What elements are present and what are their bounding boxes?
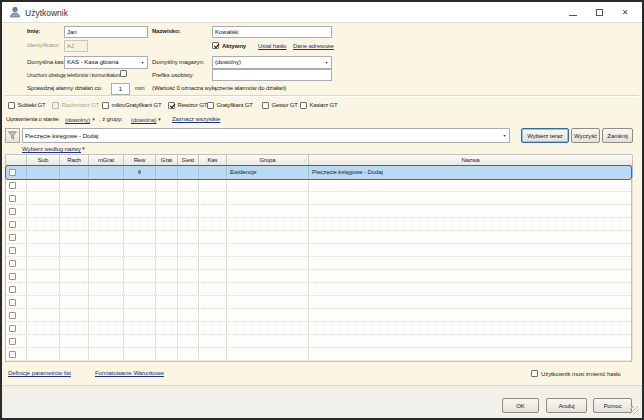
row-select-checkbox[interactable] xyxy=(9,351,16,358)
address-data-link[interactable]: Dane adresowe xyxy=(293,43,334,49)
grid-row[interactable] xyxy=(6,244,631,257)
row-select-checkbox[interactable] xyxy=(9,195,16,202)
grid-cell xyxy=(227,257,309,269)
row-select-checkbox[interactable] xyxy=(9,247,16,254)
row-select-checkbox[interactable] xyxy=(9,221,16,228)
row-select-checkbox[interactable] xyxy=(9,169,16,176)
grid-cell xyxy=(6,244,27,256)
maximize-button[interactable] xyxy=(587,2,611,22)
grid-row[interactable] xyxy=(6,283,631,296)
cancel-button[interactable]: Anuluj xyxy=(546,398,587,413)
grid-cell xyxy=(60,309,89,321)
title-bar[interactable]: Użytkownik ✕ xyxy=(2,2,642,23)
grid-row[interactable] xyxy=(6,231,631,244)
checkbox-icon[interactable] xyxy=(262,102,269,109)
filter-combobox[interactable]: Pieczęcie księgowe - Dodaj xyxy=(22,128,510,143)
grid-cell xyxy=(309,179,633,191)
grid-cell xyxy=(178,179,199,191)
grid-row[interactable] xyxy=(6,348,631,361)
grid-cell xyxy=(156,296,178,308)
grid-cell xyxy=(89,231,124,243)
grid-cell xyxy=(309,322,633,334)
default-cash-select[interactable]: KAS - Kasa główna xyxy=(64,56,148,69)
column-header-grupa[interactable]: Grupa∕ xyxy=(227,155,309,166)
personal-prefix-input[interactable] xyxy=(212,69,332,81)
list-params-link[interactable]: Definicje parametrów list xyxy=(8,370,71,376)
column-header-kas[interactable]: Kas xyxy=(199,155,227,166)
checkbox-icon[interactable] xyxy=(207,102,214,109)
grid-row[interactable] xyxy=(6,179,631,192)
select-now-button[interactable]: Wybierz teraz xyxy=(521,128,569,143)
grid-cell xyxy=(309,205,633,217)
grid-cell xyxy=(309,257,633,269)
column-header-mgrat[interactable]: mGrat xyxy=(89,155,124,166)
grid-row[interactable] xyxy=(6,218,631,231)
grid-cell xyxy=(6,257,27,269)
group-cell-text: Ewidencje xyxy=(227,169,256,175)
choose-by-name-link[interactable]: Wybierz według nazwy xyxy=(22,145,85,152)
filter-button[interactable] xyxy=(5,128,20,143)
phones-checkbox[interactable] xyxy=(120,70,127,77)
grid-cell xyxy=(6,322,27,334)
row-select-checkbox[interactable] xyxy=(9,299,16,306)
grid-row[interactable] xyxy=(6,257,631,270)
column-header-select[interactable] xyxy=(6,155,27,166)
first-name-input[interactable]: Jan xyxy=(64,26,148,38)
grid-cell xyxy=(60,205,89,217)
column-header-nazwa[interactable]: Nazwa xyxy=(309,155,633,166)
minimize-button[interactable] xyxy=(561,2,585,22)
ok-button[interactable]: OK xyxy=(502,398,539,413)
row-select-checkbox[interactable] xyxy=(9,260,16,267)
resize-grip[interactable] xyxy=(630,406,639,415)
row-select-checkbox[interactable] xyxy=(9,208,16,215)
name-cell-text: Pieczęcie księgowe - Dodaj xyxy=(309,169,383,175)
checkbox-icon[interactable] xyxy=(300,102,307,109)
row-select-checkbox[interactable] xyxy=(9,286,16,293)
row-select-checkbox[interactable] xyxy=(9,182,16,189)
column-header-rew[interactable]: Rew xyxy=(124,155,156,166)
must-change-password-checkbox[interactable] xyxy=(531,370,538,377)
grid-cell xyxy=(178,244,199,256)
permissions-state-select[interactable]: (dowolny) xyxy=(65,116,95,123)
grid-cell xyxy=(227,205,309,217)
check-alarms-input[interactable]: 1 xyxy=(111,83,130,95)
close-button[interactable]: ✕ xyxy=(613,2,637,22)
grid-row[interactable] xyxy=(6,322,631,335)
identifier-label: Identyfikator: xyxy=(27,42,60,48)
grid-cell: Pieczęcie księgowe - Dodaj xyxy=(309,166,633,178)
grid-row[interactable] xyxy=(6,296,631,309)
set-password-link[interactable]: Ustal hasło xyxy=(258,43,287,49)
grid-row[interactable] xyxy=(6,335,631,348)
sort-indicator-icon: ∕ xyxy=(305,157,306,163)
checkbox-icon[interactable] xyxy=(102,102,109,109)
grid-row[interactable] xyxy=(6,192,631,205)
row-select-checkbox[interactable] xyxy=(9,273,16,280)
grid-cell xyxy=(60,270,89,282)
grid-cell xyxy=(27,218,60,230)
conditional-formatting-link[interactable]: Formatowanie Warunkowe xyxy=(95,370,164,376)
column-header-gest[interactable]: Gest xyxy=(178,155,199,166)
grid-row[interactable] xyxy=(6,205,631,218)
checkbox-icon[interactable] xyxy=(168,102,175,109)
close-list-button[interactable]: Zamknij xyxy=(602,128,633,143)
column-header-rach[interactable]: Rach xyxy=(60,155,89,166)
clear-button[interactable]: Wyczyść xyxy=(571,128,600,143)
select-all-link[interactable]: Zaznacz wszystkie xyxy=(172,116,220,122)
permissions-group-select[interactable]: (dowolna) xyxy=(131,116,161,123)
row-select-checkbox[interactable] xyxy=(9,338,16,345)
help-button[interactable]: Pomoc xyxy=(593,398,632,413)
grid-cell xyxy=(89,322,124,334)
row-select-checkbox[interactable] xyxy=(9,312,16,319)
grid-row-selected[interactable]: EwidencjePieczęcie księgowe - Dodaj xyxy=(6,166,631,179)
column-header-grat[interactable]: Grat xyxy=(156,155,178,166)
row-select-checkbox[interactable] xyxy=(9,234,16,241)
grid-row[interactable] xyxy=(6,270,631,283)
column-header-sub[interactable]: Sub xyxy=(27,155,60,166)
default-warehouse-select[interactable]: (dowolny) xyxy=(212,56,332,69)
grid-cell xyxy=(227,244,309,256)
checkbox-icon[interactable] xyxy=(8,102,15,109)
grid-row[interactable] xyxy=(6,309,631,322)
active-checkbox[interactable] xyxy=(212,42,219,49)
last-name-input[interactable]: Kowalski xyxy=(212,26,332,38)
row-select-checkbox[interactable] xyxy=(9,325,16,332)
